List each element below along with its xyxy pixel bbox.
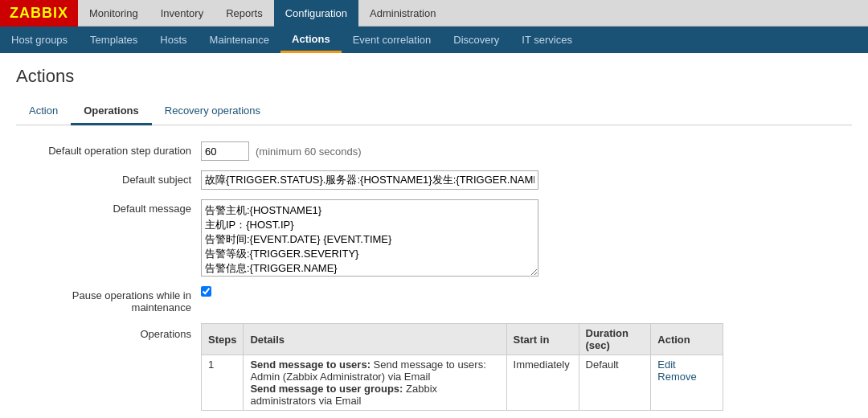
send-message-label: Send message to users: bbox=[250, 359, 371, 371]
message-label: Default message bbox=[16, 199, 201, 215]
subnav-templates[interactable]: Templates bbox=[79, 27, 149, 53]
subject-label: Default subject bbox=[16, 170, 201, 186]
subnav-maintenance[interactable]: Maintenance bbox=[199, 27, 280, 53]
ops-table-body: 1 Send message to users: Send message to… bbox=[202, 355, 723, 411]
ops-table-header-row: Steps Details Start in Duration (sec) Ac… bbox=[202, 324, 723, 355]
row-details-line2: Send message to user groups: Zabbix admi… bbox=[250, 383, 499, 407]
operations-label: Operations bbox=[16, 323, 201, 340]
logo-text: ZABBIX bbox=[10, 5, 68, 22]
subnav-host-groups[interactable]: Host groups bbox=[0, 27, 79, 53]
subnav-hosts[interactable]: Hosts bbox=[149, 27, 198, 53]
message-control: 告警主机:{HOSTNAME1} 主机IP：{HOST.IP} 告警时间:{EV… bbox=[201, 199, 852, 277]
tabs: Action Operations Recovery operations bbox=[16, 98, 852, 125]
tab-action[interactable]: Action bbox=[16, 98, 71, 125]
pause-row: Pause operations while in maintenance bbox=[16, 286, 852, 314]
step-duration-row: Default operation step duration (minimum… bbox=[16, 141, 852, 161]
subnav-actions[interactable]: Actions bbox=[280, 27, 342, 53]
row-startin: Immediately bbox=[506, 355, 579, 411]
ops-table-wrap: Steps Details Start in Duration (sec) Ac… bbox=[201, 323, 852, 418]
subnav-event-correlation[interactable]: Event correlation bbox=[342, 27, 443, 53]
table-row: 1 Send message to users: Send message to… bbox=[202, 355, 723, 411]
tab-recovery-operations[interactable]: Recovery operations bbox=[152, 98, 273, 125]
subject-row: Default subject bbox=[16, 170, 852, 190]
row-steps: 1 bbox=[202, 355, 244, 411]
remove-link[interactable]: Remove bbox=[657, 371, 696, 383]
col-duration: Duration (sec) bbox=[579, 324, 651, 355]
subnav-discovery[interactable]: Discovery bbox=[442, 27, 510, 53]
col-startin: Start in bbox=[506, 324, 579, 355]
message-row: Default message 告警主机:{HOSTNAME1} 主机IP：{H… bbox=[16, 199, 852, 277]
col-steps: Steps bbox=[202, 324, 244, 355]
pause-label: Pause operations while in maintenance bbox=[16, 286, 201, 314]
ops-table: Steps Details Start in Duration (sec) Ac… bbox=[201, 323, 723, 411]
pause-control bbox=[201, 286, 852, 297]
row-duration: Default bbox=[579, 355, 651, 411]
row-actions: Edit Remove bbox=[651, 355, 723, 411]
message-textarea[interactable]: 告警主机:{HOSTNAME1} 主机IP：{HOST.IP} 告警时间:{EV… bbox=[201, 199, 538, 277]
nav-administration[interactable]: Administration bbox=[358, 0, 447, 27]
nav-inventory[interactable]: Inventory bbox=[149, 0, 215, 27]
nav-reports[interactable]: Reports bbox=[215, 0, 274, 27]
top-nav-items: Monitoring Inventory Reports Configurati… bbox=[78, 0, 447, 27]
nav-configuration[interactable]: Configuration bbox=[274, 0, 358, 27]
page-title: Actions bbox=[16, 66, 852, 87]
row-details-line1: Send message to users: Send message to u… bbox=[250, 359, 499, 383]
logo: ZABBIX bbox=[0, 0, 78, 27]
page-content: Actions Action Operations Recovery opera… bbox=[0, 53, 868, 418]
step-duration-input[interactable] bbox=[201, 141, 249, 161]
edit-link[interactable]: Edit bbox=[657, 359, 675, 371]
subject-control bbox=[201, 170, 852, 190]
send-group-label: Send message to user groups: bbox=[250, 383, 403, 395]
subject-input[interactable] bbox=[201, 170, 538, 190]
nav-monitoring[interactable]: Monitoring bbox=[78, 0, 149, 27]
top-nav: ZABBIX Monitoring Inventory Reports Conf… bbox=[0, 0, 868, 27]
col-details: Details bbox=[244, 324, 506, 355]
step-duration-hint: (minimum 60 seconds) bbox=[256, 145, 362, 158]
operations-section: Operations Steps Details Start in Durati… bbox=[16, 323, 852, 418]
pause-checkbox[interactable] bbox=[201, 286, 211, 297]
row-details: Send message to users: Send message to u… bbox=[244, 355, 506, 411]
step-duration-control: (minimum 60 seconds) bbox=[201, 141, 852, 161]
step-duration-label: Default operation step duration bbox=[16, 141, 201, 157]
col-action: Action bbox=[651, 324, 723, 355]
subnav-it-services[interactable]: IT services bbox=[510, 27, 583, 53]
tab-operations[interactable]: Operations bbox=[71, 98, 152, 125]
pause-checkbox-wrap bbox=[201, 286, 211, 297]
ops-table-head: Steps Details Start in Duration (sec) Ac… bbox=[202, 324, 723, 355]
sub-nav: Host groups Templates Hosts Maintenance … bbox=[0, 27, 868, 53]
